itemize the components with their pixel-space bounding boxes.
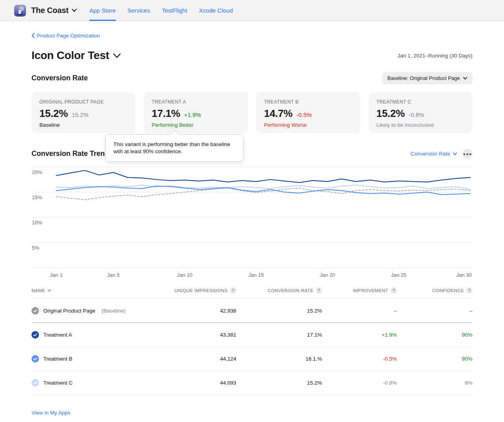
chevron-down-icon (463, 77, 467, 80)
breadcrumb-label: Product Page Optimization (37, 33, 100, 39)
metric-selector[interactable]: Conversion Rate (410, 151, 457, 157)
app-icon[interactable] (14, 5, 26, 17)
column-header-improvement[interactable]: IMPROVEMENT? (322, 287, 397, 294)
help-icon[interactable]: ? (230, 287, 236, 294)
chevron-down-icon (113, 53, 121, 58)
conversion-rate-trend-chart[interactable]: 20%15%10%5%Jan 1Jan 5Jan 10Jan 15Jan 20J… (32, 162, 472, 280)
cell-confidence: 90% (397, 356, 472, 362)
cell-unique-impressions: 44,093 (165, 380, 236, 386)
cell-confidence: – (397, 308, 472, 314)
column-label: UNIQUE IMPRESSIONS (174, 288, 228, 293)
nav-tab-testflight[interactable]: TestFlight (162, 0, 187, 21)
column-label: NAME (32, 288, 45, 293)
column-header-name[interactable]: NAME (32, 288, 165, 293)
table-row-treatment-b[interactable]: Treatment B44,12416.1.%-0.5%90% (32, 347, 472, 371)
cell-unique-impressions: 44,124 (165, 356, 236, 362)
column-header-unique-impressions[interactable]: UNIQUE IMPRESSIONS? (165, 287, 236, 294)
card-status: Baseline (39, 122, 128, 128)
cell-conversion-rate: 16.1.% (236, 356, 322, 362)
main-content: Product Page Optimization Icon Color Tes… (0, 21, 504, 416)
card-delta: +1.9% (184, 111, 201, 118)
y-axis-label: 20% (32, 169, 42, 175)
x-axis-label: Jan 30 (456, 272, 472, 278)
card-label: TREATMENT A (152, 99, 240, 105)
card-value: 17.1% (152, 107, 180, 120)
column-label: CONFIDENCE (432, 288, 464, 293)
column-header-confidence[interactable]: CONFIDENCE? (397, 287, 472, 294)
card-status: Performing Worse (264, 122, 352, 128)
page-title: Icon Color Test (32, 49, 109, 62)
sort-chevron-icon (48, 289, 51, 292)
cell-improvement: -0.5% (322, 356, 397, 362)
app-switcher[interactable]: The Coast (31, 6, 77, 15)
series-line-treatment-a (56, 170, 470, 183)
test-title-dropdown[interactable]: Icon Color Test (32, 49, 121, 62)
cell-name: Original Product Page(Baseline) (32, 307, 165, 315)
variant-name: Treatment A (43, 332, 72, 338)
table-row-treatment-c[interactable]: Treatment C44,09315.2%-0.8%6% (32, 371, 472, 395)
x-axis-label: Jan 15 (248, 272, 264, 278)
test-date-range: Jan 1, 2021–Running (30 Days) (397, 53, 472, 59)
check-circle-icon[interactable] (32, 355, 39, 363)
cell-conversion-rate: 17.1% (236, 332, 322, 338)
table-row-original-product-page[interactable]: Original Product Page(Baseline)42,93815.… (32, 299, 472, 323)
chevron-left-icon (32, 33, 35, 38)
confidence-tooltip: This variant is performing better than t… (105, 134, 243, 162)
column-header-conversion-rate[interactable]: CONVERSION RATE? (236, 287, 322, 294)
baseline-selector[interactable]: Baseline: Original Product Page (382, 72, 472, 84)
card-values: 15.2%-0.8% (376, 107, 465, 120)
check-circle-icon[interactable] (32, 331, 39, 339)
nav-tab-app-store[interactable]: App Store (89, 0, 116, 21)
card-value: 15.2% (39, 107, 68, 120)
card-label: TREATMENT C (376, 99, 465, 105)
card-status: Likely to be Inconclusive (376, 122, 465, 128)
card-values: 17.1%+1.9% (152, 107, 240, 120)
x-axis-label: Jan 5 (107, 272, 120, 278)
cell-improvement: – (322, 308, 397, 314)
cell-name: Treatment B (32, 355, 165, 363)
more-options-button[interactable]: ●●● (463, 149, 472, 159)
variant-name-suffix: (Baseline) (102, 308, 126, 314)
y-axis-label: 10% (32, 220, 42, 226)
lighthouse-app-icon (14, 5, 26, 17)
table-row-treatment-a[interactable]: Treatment A43,38117.1%+1.9%90% (32, 323, 472, 347)
results-table: NAMEUNIQUE IMPRESSIONS?CONVERSION RATE?I… (32, 283, 472, 395)
check-circle-icon[interactable] (32, 307, 39, 315)
view-in-my-apps-link[interactable]: View in My Apps (32, 410, 70, 416)
cell-improvement: +1.9% (322, 332, 397, 338)
app-name: The Coast (31, 6, 69, 15)
nav-tab-services[interactable]: Services (128, 0, 150, 21)
help-icon[interactable]: ? (466, 287, 472, 294)
table-header-row: NAMEUNIQUE IMPRESSIONS?CONVERSION RATE?I… (32, 283, 472, 299)
card-delta: 15.2% (72, 111, 89, 118)
ellipsis-icon: ●●● (463, 152, 472, 156)
variant-name: Original Product Page (43, 308, 95, 314)
metric-selector-label: Conversion Rate (410, 151, 450, 157)
y-axis-label: 5% (32, 245, 39, 251)
nav-tab-xcode-cloud[interactable]: Xcode Cloud (199, 0, 233, 21)
baseline-selector-label: Baseline: Original Product Page (387, 75, 460, 81)
help-icon[interactable]: ? (391, 287, 397, 294)
cell-unique-impressions: 42,938 (165, 308, 236, 314)
app-store-connect-page: The Coast App StoreServicesTestFlightXco… (0, 0, 504, 422)
x-axis-label: Jan 25 (391, 272, 406, 278)
x-axis-label: Jan 20 (320, 272, 335, 278)
cell-name: Treatment A (32, 331, 165, 339)
nav-tabs: App StoreServicesTestFlightXcode Cloud (89, 0, 233, 21)
variant-summary-cards: ORIGINAL PRODUCT PAGE15.2%15.2%BaselineT… (32, 93, 472, 133)
breadcrumb[interactable]: Product Page Optimization (32, 33, 100, 39)
variant-card-treatment-a: TREATMENT A17.1%+1.9%Performing Better (144, 93, 248, 133)
check-circle-icon[interactable] (32, 379, 39, 387)
help-icon[interactable]: ? (316, 287, 322, 294)
card-delta: -0.5% (296, 111, 312, 118)
variant-card-original-product-page: ORIGINAL PRODUCT PAGE15.2%15.2%Baseline (32, 93, 135, 133)
x-axis-label: Jan 10 (177, 272, 193, 278)
card-value: 15.2% (376, 107, 405, 120)
variant-card-treatment-b: TREATMENT B14.7%-0.5%Performing Worse (256, 93, 360, 133)
x-axis-label: Jan 1 (50, 272, 63, 278)
variant-name: Treatment C (43, 380, 73, 386)
section-heading: Conversion Rate (32, 74, 88, 82)
card-values: 15.2%15.2% (39, 107, 128, 120)
cell-confidence: 6% (397, 380, 472, 386)
title-row: Icon Color Test Jan 1, 2021–Running (30 … (32, 49, 472, 62)
